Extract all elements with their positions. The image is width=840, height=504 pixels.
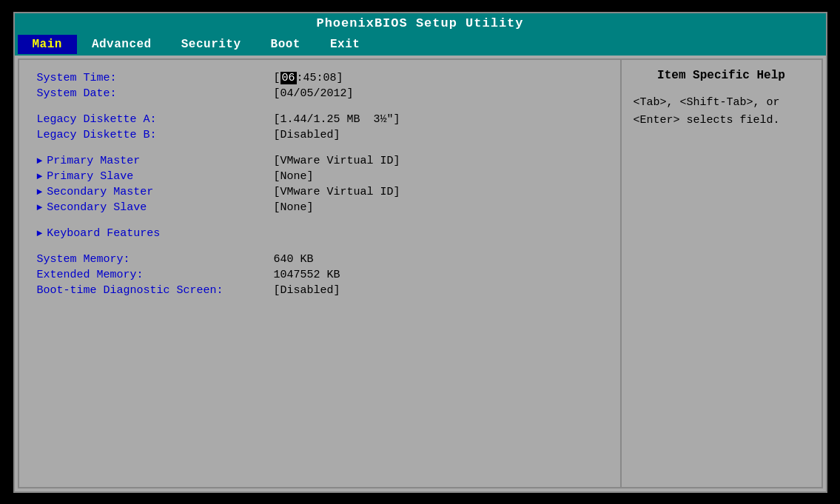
- menu-bar: Main Advanced Security Boot Exit: [15, 33, 826, 56]
- system-time-hours[interactable]: 06: [280, 72, 297, 84]
- menu-item-advanced[interactable]: Advanced: [77, 35, 167, 54]
- legacy-diskette-b-label: Legacy Diskette B:: [37, 129, 274, 141]
- legacy-diskette-a-row: Legacy Diskette A: [1.44/1.25 MB 3½"]: [37, 113, 602, 126]
- secondary-slave-label: ► Secondary Slave: [37, 201, 274, 214]
- menu-item-exit[interactable]: Exit: [315, 35, 374, 54]
- boot-diagnostic-row: Boot-time Diagnostic Screen: [Disabled]: [37, 284, 602, 297]
- bios-container: PhoenixBIOS Setup Utility Main Advanced …: [13, 12, 827, 493]
- system-date-value[interactable]: [04/05/2012]: [274, 87, 354, 100]
- boot-diagnostic-label: Boot-time Diagnostic Screen:: [37, 284, 274, 297]
- primary-slave-arrow: ►: [37, 171, 43, 182]
- primary-slave-value: [None]: [274, 170, 314, 183]
- legacy-diskette-a-label: Legacy Diskette A:: [37, 113, 274, 126]
- system-memory-value: 640 KB: [274, 253, 314, 266]
- secondary-master-label: ► Secondary Master: [37, 186, 274, 198]
- content-area: System Time: [06:45:08] System Date: [04…: [18, 58, 823, 488]
- extended-memory-value: 1047552 KB: [274, 269, 340, 281]
- help-text: <Tab>, <Shift-Tab>, or<Enter> selects fi…: [634, 94, 810, 130]
- system-date-row: System Date: [04/05/2012]: [37, 87, 602, 100]
- keyboard-features-arrow: ►: [37, 228, 43, 239]
- help-title: Item Specific Help: [634, 69, 810, 82]
- extended-memory-row: Extended Memory: 1047552 KB: [37, 269, 602, 281]
- secondary-master-row[interactable]: ► Secondary Master [VMware Virtual ID]: [37, 186, 602, 198]
- secondary-master-arrow: ►: [37, 187, 43, 198]
- gap3: [37, 217, 602, 227]
- main-panel: System Time: [06:45:08] System Date: [04…: [19, 60, 622, 487]
- primary-master-row[interactable]: ► Primary Master [VMware Virtual ID]: [37, 155, 602, 167]
- system-time-value[interactable]: [06:45:08]: [274, 72, 343, 84]
- help-panel: Item Specific Help <Tab>, <Shift-Tab>, o…: [622, 60, 821, 487]
- system-memory-row: System Memory: 640 KB: [37, 253, 602, 266]
- gap1: [37, 103, 602, 113]
- legacy-diskette-b-row: Legacy Diskette B: [Disabled]: [37, 129, 602, 141]
- boot-diagnostic-value[interactable]: [Disabled]: [274, 284, 340, 297]
- keyboard-features-label: ► Keyboard Features: [37, 227, 274, 240]
- primary-master-value: [VMware Virtual ID]: [274, 155, 400, 167]
- menu-item-boot[interactable]: Boot: [256, 35, 315, 54]
- system-date-label: System Date:: [37, 87, 274, 100]
- gap4: [37, 243, 602, 253]
- bios-title: PhoenixBIOS Setup Utility: [316, 16, 523, 30]
- primary-slave-label: ► Primary Slave: [37, 170, 274, 183]
- menu-item-main[interactable]: Main: [18, 35, 77, 54]
- secondary-slave-value: [None]: [274, 201, 314, 214]
- primary-master-label: ► Primary Master: [37, 155, 274, 167]
- secondary-slave-row[interactable]: ► Secondary Slave [None]: [37, 201, 602, 214]
- system-memory-label: System Memory:: [37, 253, 274, 266]
- primary-master-arrow: ►: [37, 155, 43, 167]
- menu-item-security[interactable]: Security: [167, 35, 256, 54]
- system-time-label: System Time:: [37, 72, 274, 84]
- extended-memory-label: Extended Memory:: [37, 269, 274, 281]
- secondary-slave-arrow: ►: [37, 202, 43, 213]
- gap2: [37, 144, 602, 155]
- legacy-diskette-b-value[interactable]: [Disabled]: [274, 129, 340, 141]
- legacy-diskette-a-value[interactable]: [1.44/1.25 MB 3½"]: [274, 113, 400, 126]
- keyboard-features-row[interactable]: ► Keyboard Features: [37, 227, 602, 240]
- secondary-master-value: [VMware Virtual ID]: [274, 186, 400, 198]
- system-time-row: System Time: [06:45:08]: [37, 72, 602, 84]
- title-bar: PhoenixBIOS Setup Utility: [15, 13, 826, 33]
- primary-slave-row[interactable]: ► Primary Slave [None]: [37, 170, 602, 183]
